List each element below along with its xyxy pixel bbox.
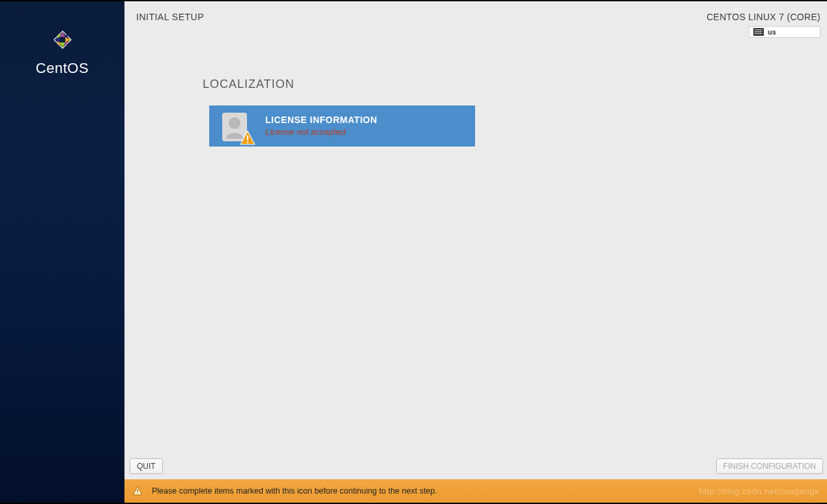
svg-point-2 xyxy=(229,117,240,129)
distro-label: CENTOS LINUX 7 (CORE) xyxy=(706,12,820,22)
warning-message: Please complete items marked with this i… xyxy=(152,486,437,496)
license-icon-wrap xyxy=(218,110,255,143)
license-spoke-text: LICENSE INFORMATION License not accepted xyxy=(265,114,377,139)
watermark-text: http://blog.csdn.net/zougangx xyxy=(699,486,819,496)
keyboard-layout-label: us xyxy=(768,28,776,36)
svg-rect-6 xyxy=(137,493,138,494)
license-spoke-title: LICENSE INFORMATION xyxy=(265,114,377,127)
main-panel: INITIAL SETUP CENTOS LINUX 7 (CORE) us L… xyxy=(124,1,827,503)
warning-icon xyxy=(132,486,143,496)
centos-wordmark: CentOS xyxy=(36,60,89,77)
svg-rect-3 xyxy=(247,135,248,140)
finish-configuration-button[interactable]: FINISH CONFIGURATION xyxy=(716,458,823,474)
centos-logo-icon xyxy=(49,26,76,53)
keyboard-icon xyxy=(753,28,764,36)
license-spoke-status: License not accepted xyxy=(265,126,377,138)
sidebar: CentOS xyxy=(0,1,124,503)
page-title: INITIAL SETUP xyxy=(136,12,204,22)
section-title-localization: LOCALIZATION xyxy=(203,77,827,91)
header-right: CENTOS LINUX 7 (CORE) us xyxy=(706,12,820,38)
warning-bar: Please complete items marked with this i… xyxy=(124,479,827,503)
svg-rect-4 xyxy=(247,141,248,143)
footer-buttons: QUIT FINISH CONFIGURATION xyxy=(124,453,827,479)
keyboard-layout-button[interactable]: us xyxy=(749,26,820,38)
content-area: LOCALIZATION LICENSE INFORMATION xyxy=(124,38,827,453)
quit-button[interactable]: QUIT xyxy=(130,458,163,474)
svg-rect-5 xyxy=(137,489,138,492)
license-information-spoke[interactable]: LICENSE INFORMATION License not accepted xyxy=(209,105,475,147)
warning-icon xyxy=(239,130,256,147)
header: INITIAL SETUP CENTOS LINUX 7 (CORE) us xyxy=(124,1,827,38)
